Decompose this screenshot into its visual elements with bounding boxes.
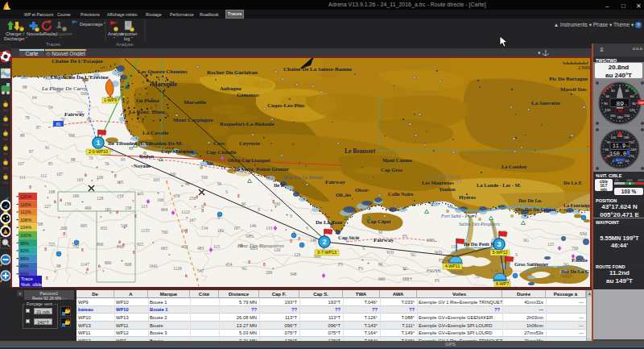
svg-text:×: × — [102, 269, 105, 273]
svg-text:5-WP12: 5-WP12 — [492, 250, 507, 255]
svg-text:134: 134 — [201, 226, 208, 231]
svg-text:Marseille: Marseille — [151, 81, 177, 88]
svg-text:Le Beausset: Le Beausset — [345, 147, 376, 155]
svg-text:Salins Des Pesquiers: Salins Des Pesquiers — [459, 222, 500, 226]
svg-text:108%: 108% — [20, 218, 31, 222]
svg-text:Le Coudon: Le Coudon — [502, 164, 526, 169]
svg-text:Noyade: Noyade — [134, 163, 151, 168]
svg-text:×: × — [132, 199, 134, 203]
svg-text:315: 315 — [213, 244, 221, 249]
svg-text:+: + — [410, 276, 412, 280]
svg-text:80: 80 — [56, 122, 61, 127]
svg-text:87: 87 — [36, 125, 41, 130]
svg-text:3-7-WP13: 3-7-WP13 — [317, 250, 336, 255]
svg-text:Ilot De Le.: Ilot De Le. — [518, 197, 543, 203]
svg-text:1129: 1129 — [173, 266, 182, 271]
svg-text:Massif Des: Massif Des — [560, 86, 587, 93]
svg-text:2: 2 — [322, 238, 326, 246]
svg-text:91: 91 — [45, 145, 50, 150]
svg-text:167: 167 — [233, 226, 241, 231]
svg-text:Cap Gros: Cap Gros — [381, 167, 402, 172]
svg-text:FS: FS — [338, 262, 343, 267]
svg-text:+: + — [123, 225, 126, 230]
svg-text:+: + — [194, 204, 196, 209]
svg-text:SM: SM — [68, 133, 75, 138]
svg-text:×: × — [118, 181, 121, 185]
svg-text:Fairway: Fairway — [374, 237, 394, 243]
svg-text:×: × — [54, 270, 56, 274]
svg-text:150.0: 150.0 — [610, 151, 626, 157]
svg-text:NM: NM — [580, 231, 587, 236]
svg-text:6-WP7: 6-WP7 — [496, 281, 509, 286]
svg-text:200%: 200% — [638, 179, 644, 182]
svg-text:Cap Chaulle: Cap Chaulle — [206, 149, 237, 156]
svg-text:Tour Beaumont: Tour Beaumont — [427, 173, 460, 179]
svg-text:1641: 1641 — [149, 264, 158, 268]
svg-text:107: 107 — [18, 161, 25, 166]
svg-text:SHS: SHS — [246, 234, 254, 239]
svg-text:+: + — [81, 199, 84, 204]
svg-text:Ile Verte: Ile Verte — [234, 166, 254, 172]
svg-text:Cap Cépet: Cap Cépet — [367, 218, 391, 224]
svg-text:+: + — [181, 183, 184, 188]
svg-text:Chgsn. Ile De L’Erevine: Chgsn. Ile De L’Erevine — [51, 74, 109, 81]
svg-text:240: 240 — [630, 147, 636, 152]
svg-text:93: 93 — [121, 157, 126, 162]
svg-text:La Plaine De Carry: La Plaine De Carry — [41, 85, 88, 92]
svg-text:112%: 112% — [20, 210, 31, 214]
svg-text:Mont Caume: Mont Caume — [382, 157, 412, 163]
svg-text:84%: 84% — [20, 264, 29, 268]
svg-text:×: × — [272, 267, 275, 271]
svg-text:97: 97 — [29, 149, 34, 154]
svg-text:+: + — [361, 257, 364, 262]
svg-text:+: + — [275, 204, 277, 209]
svg-text:100%: 100% — [20, 233, 31, 238]
svg-text:Colle Noire: Colle Noire — [388, 191, 414, 197]
svg-text:664: 664 — [161, 207, 168, 212]
svg-text:483: 483 — [197, 246, 204, 251]
svg-text:158: 158 — [125, 206, 132, 210]
svg-text:+: + — [111, 169, 114, 174]
svg-text:103: 103 — [153, 177, 160, 182]
svg-text:632: 632 — [101, 226, 108, 231]
svg-text:256: 256 — [189, 196, 196, 201]
svg-text:+: + — [367, 260, 369, 265]
svg-text:×: × — [270, 209, 273, 213]
svg-text:WD: WD — [386, 250, 394, 255]
svg-text:146: 146 — [250, 223, 257, 228]
svg-text:×: × — [85, 271, 88, 275]
svg-text:88: 88 — [71, 157, 76, 162]
svg-text:Marseille: Marseille — [184, 99, 206, 106]
svg-text:150: 150 — [610, 114, 617, 118]
svg-text:111: 111 — [19, 175, 26, 180]
svg-text:FSGSH: FSGSH — [427, 268, 440, 273]
svg-text:60: 60 — [630, 94, 634, 98]
svg-text:139: 139 — [64, 202, 72, 206]
svg-text:Ile R.: Ile R. — [274, 182, 287, 188]
svg-text:547: 547 — [197, 268, 204, 273]
svg-text:Cuges-Les-Pins: Cuges-Les-Pins — [267, 102, 305, 109]
svg-text:×: × — [285, 228, 287, 232]
svg-text:1155: 1155 — [141, 228, 150, 233]
svg-text:2-0-WP10: 2-0-WP10 — [89, 149, 108, 154]
svg-text:90: 90 — [632, 102, 636, 106]
svg-text:Banc Des Blauquières: Banc Des Blauquières — [237, 243, 284, 248]
svg-text:162: 162 — [217, 228, 225, 233]
svg-text:Cap Morgiou: Cap Morgiou — [161, 148, 193, 155]
svg-text:S: S — [201, 204, 204, 209]
svg-text:×: × — [168, 253, 171, 257]
svg-text:REF: REF — [639, 102, 644, 105]
svg-text:Redon: Redon — [139, 153, 154, 159]
svg-text:90: 90 — [604, 102, 608, 106]
svg-text:Obs.Ilot Du Cristau: Obs.Ilot Du Cristau — [515, 207, 557, 212]
svg-text:×: × — [100, 215, 102, 219]
svg-text:s: s — [625, 103, 627, 106]
svg-text:113: 113 — [141, 204, 147, 209]
svg-text:La Sauvette: La Sauvette — [531, 100, 560, 106]
svg-text:1-WP9: 1-WP9 — [104, 98, 117, 102]
svg-text:108: 108 — [48, 189, 56, 194]
svg-text:Ile Tiboulen (L Tiboulen De M.: Ile Tiboulen (L Tiboulen De M. — [108, 140, 183, 147]
svg-text:×: × — [138, 193, 140, 197]
svg-text:120: 120 — [630, 108, 636, 112]
svg-text:+: + — [286, 212, 288, 217]
